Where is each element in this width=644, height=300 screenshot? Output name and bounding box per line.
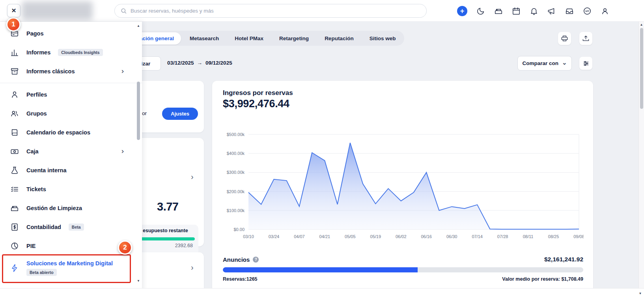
sidebar-item-label: Informes bbox=[26, 49, 50, 56]
sidebar-item-label: Caja bbox=[26, 148, 39, 155]
scroll-down-icon[interactable]: ▼ bbox=[136, 279, 141, 283]
avg-per-reservation: Valor medio por reserva: $1,708.49 bbox=[502, 276, 583, 282]
topbar: ✕ + bbox=[0, 0, 644, 22]
sidebar-item-informes-clasicos[interactable]: Informes clásicos › bbox=[0, 62, 142, 81]
profile-user-icon bbox=[10, 90, 19, 99]
reservations-count: Reservas:1265 bbox=[223, 276, 258, 282]
svg-text:08/11: 08/11 bbox=[523, 234, 534, 239]
print-button[interactable] bbox=[558, 32, 571, 45]
ajustes-button[interactable]: Ajustes bbox=[162, 108, 198, 120]
sidebar-item-label: Grupos bbox=[26, 110, 47, 117]
lightning-icon bbox=[10, 264, 19, 272]
tab-metasearch[interactable]: Metasearch bbox=[183, 32, 226, 45]
archive-icon bbox=[10, 67, 19, 76]
drawer-scrollbar[interactable]: ▲ ▼ bbox=[136, 23, 141, 298]
svg-text:03/10: 03/10 bbox=[243, 234, 254, 239]
sidebar-item-informes[interactable]: Informes Cloudbeds Insights bbox=[0, 43, 142, 62]
svg-text:04/21: 04/21 bbox=[319, 234, 330, 239]
announcements-megaphone-icon[interactable] bbox=[547, 7, 556, 15]
housekeeping-icon bbox=[10, 204, 19, 212]
sidebar-item-label: Contabilidad bbox=[26, 224, 61, 230]
svg-text:$100.00k: $100.00k bbox=[227, 208, 245, 213]
sidebar-item-grupos[interactable]: Grupos bbox=[0, 104, 142, 123]
accounting-invoice-icon bbox=[10, 223, 19, 231]
arrow-right-icon: → bbox=[197, 60, 203, 66]
svg-text:05/05: 05/05 bbox=[345, 234, 356, 239]
inbox-tray-icon[interactable] bbox=[565, 7, 574, 15]
housekeeping-icon[interactable] bbox=[494, 7, 503, 15]
global-search bbox=[114, 4, 427, 18]
sidebar-item-label: Calendario de espacios bbox=[26, 129, 90, 136]
sidebar-item-calendario-espacios[interactable]: Calendario de espacios bbox=[0, 123, 142, 142]
revenue-area-chart: $0.00$100.00k$200.00k$300.00k$400.00k$50… bbox=[221, 129, 584, 241]
budget-remaining-label: esupuesto restante bbox=[143, 228, 188, 233]
svg-text:$0.00: $0.00 bbox=[233, 227, 245, 232]
budget-amount: 3.77 bbox=[157, 200, 178, 213]
tickets-checklist-icon bbox=[10, 185, 19, 194]
sidebar-item-caja[interactable]: Caja › bbox=[0, 142, 142, 161]
sidebar-item-label: Perfiles bbox=[26, 91, 47, 98]
window-scrollbar[interactable]: ▲ bbox=[638, 22, 644, 288]
sidebar-item-pagos[interactable]: Pagos bbox=[0, 24, 142, 43]
sidebar-item-tickets[interactable]: Tickets bbox=[0, 180, 142, 199]
quick-add-icon[interactable]: + bbox=[457, 6, 467, 16]
scroll-down-icon[interactable]: ▼ bbox=[638, 292, 643, 295]
date-range[interactable]: 03/12/2025 → 09/12/2025 bbox=[167, 60, 232, 66]
sidebar-item-perfiles[interactable]: Perfiles bbox=[0, 85, 142, 104]
chevron-right-icon: › bbox=[121, 67, 124, 75]
sidebar-item-label: Cuenta interna bbox=[26, 167, 67, 173]
tab-hotel-pmax[interactable]: Hotel PMax bbox=[228, 32, 271, 45]
sidebar-item-cuenta-interna[interactable]: Cuenta interna bbox=[0, 161, 142, 180]
search-icon bbox=[120, 7, 127, 14]
date-start: 03/12/2025 bbox=[167, 60, 194, 66]
ads-stats-row: Reservas:1265 Valor medio por reserva: $… bbox=[223, 276, 583, 282]
beta-abierto-badge: Beta abierto bbox=[26, 269, 57, 276]
sidebar-item-label: Soluciones de Marketing Digital bbox=[26, 260, 113, 266]
tutorial-step-2-badge: 2 bbox=[118, 240, 132, 255]
chevron-right-icon: › bbox=[121, 147, 124, 155]
close-menu-button[interactable]: ✕ bbox=[7, 4, 21, 17]
tab-retargeting[interactable]: Retargeting bbox=[272, 32, 316, 45]
tab-reputacion[interactable]: Reputación bbox=[317, 32, 361, 45]
window-scrollbar-thumb[interactable] bbox=[640, 28, 643, 109]
account-person-icon[interactable] bbox=[601, 7, 609, 15]
export-button[interactable] bbox=[579, 32, 592, 45]
chat-whistle-icon[interactable] bbox=[583, 7, 592, 15]
filters-button[interactable] bbox=[579, 57, 592, 70]
compare-with-dropdown[interactable]: Comparar con ⌄ bbox=[517, 56, 572, 71]
marketing-tabbar: Información general Metasearch Hotel PMa… bbox=[114, 31, 404, 46]
notifications-bell-icon[interactable] bbox=[530, 7, 538, 15]
drawer-scrollbar-thumb[interactable] bbox=[137, 82, 140, 140]
revenue-total: $3,992,476.44 bbox=[223, 98, 289, 110]
search-input[interactable] bbox=[131, 8, 421, 14]
navigation-drawer: Pagos Informes Cloudbeds Insights Inform… bbox=[0, 22, 142, 300]
internal-account-flask-icon bbox=[10, 166, 19, 175]
revenue-card: Ingresos por reservas $3,992,476.44 $0.0… bbox=[212, 81, 593, 300]
svg-text:06/02: 06/02 bbox=[396, 234, 407, 239]
scroll-up-icon[interactable]: ▲ bbox=[639, 23, 644, 26]
svg-text:$300.00k: $300.00k bbox=[227, 170, 245, 175]
dark-mode-moon-icon[interactable] bbox=[476, 7, 485, 15]
pie-chart-icon bbox=[10, 242, 19, 250]
sidebar-item-label: Tickets bbox=[26, 186, 46, 192]
calendar-icon[interactable] bbox=[512, 7, 521, 15]
sidebar-item-label: Gestión de Limpieza bbox=[26, 205, 82, 211]
svg-text:03/24: 03/24 bbox=[269, 234, 280, 239]
scroll-up-icon[interactable]: ▲ bbox=[136, 24, 141, 28]
sidebar-item-contabilidad[interactable]: Contabilidad Beta bbox=[0, 218, 142, 237]
svg-text:07/28: 07/28 bbox=[497, 234, 508, 239]
help-icon[interactable]: ? bbox=[253, 257, 259, 263]
tab-sitios-web[interactable]: Sitios web bbox=[362, 32, 403, 45]
sidebar-item-gestion-limpieza[interactable]: Gestión de Limpieza bbox=[0, 199, 142, 218]
window-bottom-bar: ▼ bbox=[0, 288, 644, 300]
revenue-title: Ingresos por reservas bbox=[223, 89, 293, 97]
ads-summary-row: Anuncios ? $2,161,241.92 bbox=[223, 256, 583, 263]
sidebar-item-label: PIE bbox=[26, 243, 35, 249]
sidebar-item-soluciones-marketing-digital[interactable]: Soluciones de Marketing Digital Beta abi… bbox=[0, 255, 142, 281]
chevron-right-icon[interactable]: › bbox=[191, 173, 194, 181]
svg-text:$400.00k: $400.00k bbox=[227, 151, 245, 156]
svg-text:04/07: 04/07 bbox=[294, 234, 305, 239]
chevron-right-icon[interactable]: › bbox=[191, 263, 194, 271]
app-window: Información general Metasearch Hotel PMa… bbox=[0, 0, 644, 300]
groups-users-icon bbox=[10, 109, 19, 118]
